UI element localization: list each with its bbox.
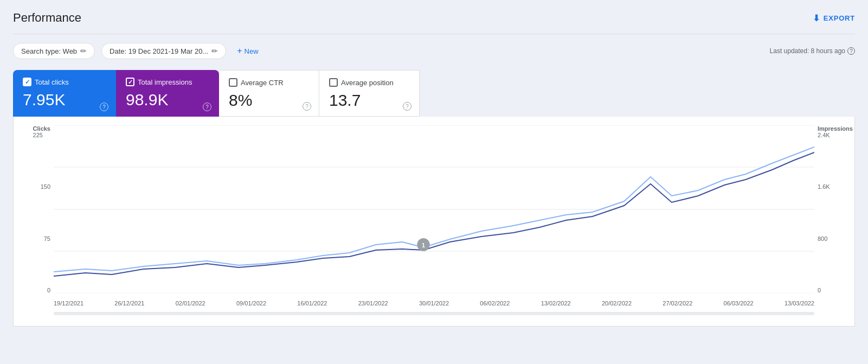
total-clicks-help-icon[interactable]: ?	[100, 103, 108, 111]
x-label-3: 09/01/2022	[236, 300, 266, 306]
metric-card-average-position[interactable]: Average position 13.7 ?	[319, 70, 420, 117]
metric-card-total-clicks[interactable]: ✓ Total clicks 7.95K ?	[13, 70, 116, 117]
total-impressions-value: 98.9K	[126, 91, 209, 109]
x-label-2: 02/01/2022	[176, 300, 205, 306]
y-axis-left-mid1: 150	[41, 183, 50, 190]
y-axis-right-max: 2.4K	[818, 132, 853, 138]
x-axis-labels: 19/12/2021 26/12/2021 02/01/2022 09/01/2…	[54, 300, 814, 306]
y-axis-left: Clicks 225 150 75 0	[27, 125, 54, 293]
filter-left: Search type: Web ✏ Date: 19 Dec 2021-19 …	[13, 43, 263, 59]
average-position-label: Average position	[341, 79, 394, 87]
total-impressions-help-icon[interactable]: ?	[203, 103, 211, 111]
page-container: Performance ⬇ EXPORT Search type: Web ✏ …	[0, 0, 868, 327]
chart-with-axes: Clicks 225 150 75 0	[27, 125, 841, 296]
impressions-checkmark-icon: ✓	[128, 79, 133, 86]
x-label-5: 23/01/2022	[358, 300, 388, 306]
average-position-help-icon[interactable]: ?	[403, 102, 412, 111]
checkmark-icon: ✓	[25, 79, 30, 86]
x-label-0: 19/12/2021	[54, 300, 83, 306]
average-ctr-header: Average CTR	[229, 78, 309, 87]
y-axis-right-mid2: 800	[818, 235, 827, 242]
chart-scrollbar-track[interactable]	[54, 312, 814, 315]
date-range-filter[interactable]: Date: 19 Dec 2021-19 Mar 20... ✏	[101, 43, 226, 59]
x-label-7: 06/02/2022	[480, 300, 510, 306]
search-type-edit-icon: ✏	[80, 47, 87, 55]
metric-cards: ✓ Total clicks 7.95K ? ✓ Total impressio…	[13, 70, 855, 117]
metric-card-average-ctr[interactable]: Average CTR 8% ?	[219, 70, 319, 117]
average-ctr-label: Average CTR	[241, 79, 284, 87]
total-impressions-label: Total impressions	[138, 78, 192, 86]
total-clicks-label: Total clicks	[35, 78, 69, 86]
chart-container: Clicks 225 150 75 0	[13, 117, 855, 327]
chart-scrollbar-container	[54, 312, 814, 315]
y-axis-left-title: Clicks	[33, 125, 50, 132]
y-axis-right-mid1: 1.6K	[818, 183, 830, 190]
y-axis-right-title: Impressions	[818, 125, 853, 132]
new-filter-button[interactable]: + New	[233, 43, 262, 59]
x-label-8: 13/02/2022	[541, 300, 571, 306]
total-impressions-checkbox[interactable]: ✓	[126, 78, 134, 86]
page-title: Performance	[13, 11, 81, 25]
x-label-11: 06/03/2022	[724, 300, 754, 306]
chart-svg-container: 1	[54, 125, 814, 296]
date-range-edit-icon: ✏	[211, 47, 218, 55]
x-label-12: 13/03/2022	[785, 300, 814, 306]
export-button[interactable]: ⬇ EXPORT	[813, 13, 855, 23]
total-clicks-help: ?	[100, 101, 108, 112]
average-ctr-value: 8%	[229, 91, 309, 110]
last-updated-info-icon[interactable]: ?	[847, 47, 855, 55]
x-label-9: 20/02/2022	[602, 300, 632, 306]
total-clicks-checkbox[interactable]: ✓	[23, 78, 31, 86]
average-position-value: 13.7	[329, 91, 409, 110]
average-ctr-help: ?	[303, 101, 311, 111]
total-impressions-header: ✓ Total impressions	[126, 78, 209, 86]
average-ctr-help-icon[interactable]: ?	[303, 102, 311, 111]
last-updated: Last updated: 8 hours ago ?	[770, 47, 855, 55]
average-ctr-checkbox[interactable]	[229, 78, 237, 87]
total-clicks-header: ✓ Total clicks	[23, 78, 106, 86]
y-axis-left-mid2: 75	[44, 235, 50, 242]
search-type-filter[interactable]: Search type: Web ✏	[13, 43, 95, 59]
total-clicks-value: 7.95K	[23, 91, 106, 109]
y-axis-right: Impressions 2.4K 1.6K 800 0	[814, 125, 841, 293]
clicks-line	[54, 152, 814, 276]
header-row: Performance ⬇ EXPORT	[13, 11, 855, 25]
header-divider	[13, 34, 855, 34]
chart-svg: 1	[54, 125, 814, 293]
average-position-help: ?	[403, 101, 412, 111]
x-label-1: 26/12/2021	[114, 300, 144, 306]
total-impressions-help: ?	[203, 101, 211, 112]
average-position-header: Average position	[329, 78, 409, 87]
y-axis-left-min: 0	[47, 287, 50, 293]
export-icon: ⬇	[813, 13, 820, 23]
chart-marker-label: 1	[422, 242, 425, 248]
filter-row: Search type: Web ✏ Date: 19 Dec 2021-19 …	[13, 43, 855, 59]
y-axis-left-max: 225	[33, 132, 50, 138]
y-axis-right-min: 0	[818, 287, 821, 293]
x-label-6: 30/01/2022	[419, 300, 449, 306]
metric-card-total-impressions[interactable]: ✓ Total impressions 98.9K ?	[116, 70, 219, 117]
plus-icon: +	[237, 46, 242, 56]
x-label-10: 27/02/2022	[663, 300, 692, 306]
metrics-and-chart: ✓ Total clicks 7.95K ? ✓ Total impressio…	[13, 70, 855, 327]
x-label-4: 16/01/2022	[297, 300, 327, 306]
average-position-checkbox[interactable]	[329, 78, 338, 87]
